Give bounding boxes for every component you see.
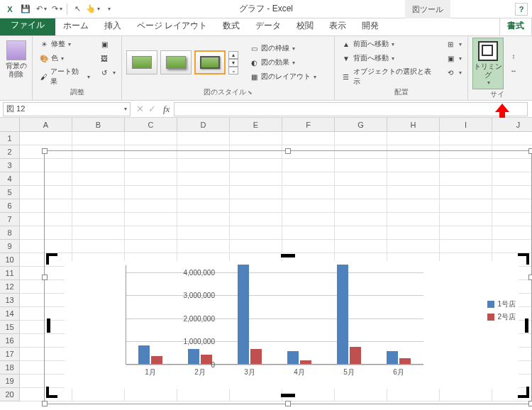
tab-data[interactable]: データ	[248, 16, 289, 35]
pointer-icon[interactable]: ↖	[70, 2, 84, 16]
style-item-2[interactable]	[160, 50, 192, 74]
column-header[interactable]: A	[20, 118, 72, 132]
resize-handle-mr[interactable]	[528, 275, 532, 280]
row-header[interactable]: 3	[0, 159, 20, 172]
artistic-button[interactable]: 🖌アート効果▾	[37, 66, 92, 87]
compress-button[interactable]: ▣	[97, 38, 117, 50]
enter-icon[interactable]: ✓	[148, 104, 156, 115]
fx-icon[interactable]: fx	[163, 104, 170, 115]
row-header[interactable]: 2	[0, 145, 20, 159]
redo-icon[interactable]: ↷▾	[50, 2, 64, 16]
crop-handle-tr[interactable]	[518, 253, 529, 265]
crop-handle-bm[interactable]	[281, 394, 295, 397]
crop-button[interactable]: トリミング ▾	[472, 38, 504, 89]
rotate-button[interactable]: ⟲▾	[443, 66, 463, 79]
resize-handle-br[interactable]	[528, 401, 532, 406]
picture-effects-button[interactable]: ◐図の効果▾	[247, 56, 318, 69]
remove-background-button[interactable]: 背景の 削除	[4, 38, 28, 82]
row-header[interactable]: 1	[0, 132, 20, 145]
bar-series1	[188, 349, 199, 364]
column-header[interactable]: F	[282, 118, 335, 132]
tab-format[interactable]: 書式	[499, 16, 532, 35]
crop-handle-tl[interactable]	[46, 253, 57, 265]
row-header[interactable]: 11	[0, 267, 20, 280]
reset-picture-button[interactable]: ↺▾	[97, 66, 117, 79]
crop-handle-mr[interactable]	[525, 318, 528, 333]
touch-mode-icon[interactable]: 👆▾	[86, 2, 100, 16]
row-header[interactable]: 12	[0, 280, 20, 294]
formula-input[interactable]	[174, 102, 528, 116]
column-header[interactable]: H	[387, 118, 440, 132]
tab-review[interactable]: 校閲	[289, 16, 321, 35]
column-header[interactable]: B	[72, 118, 125, 132]
tab-pagelayout[interactable]: ページ レイアウト	[129, 16, 215, 35]
qat-customize-icon[interactable]: ▾	[101, 2, 116, 16]
tab-formulas[interactable]: 数式	[215, 16, 248, 35]
column-header[interactable]: J	[492, 118, 532, 132]
resize-handle-bl[interactable]	[42, 401, 48, 406]
name-box[interactable]: 図 12 ▾	[3, 102, 131, 116]
tab-view[interactable]: 表示	[321, 16, 354, 35]
select-all-corner[interactable]	[0, 118, 20, 132]
tab-developer[interactable]: 開発	[354, 16, 387, 35]
change-picture-button[interactable]: 🖼	[97, 52, 117, 65]
resize-handle-tl[interactable]	[42, 148, 48, 154]
selection-pane-button[interactable]: ☰オブジェクトの選択と表示	[339, 66, 438, 87]
cancel-icon[interactable]: ✕	[136, 104, 144, 115]
row-header[interactable]: 7	[0, 213, 20, 226]
row-header[interactable]: 17	[0, 348, 20, 361]
crop-handle-tm[interactable]	[281, 254, 295, 257]
crop-handle-bl[interactable]	[46, 387, 57, 398]
row-header[interactable]: 8	[0, 226, 20, 240]
name-box-dropdown-icon[interactable]: ▾	[124, 106, 127, 112]
row-header[interactable]: 14	[0, 307, 20, 321]
picture-layout-button[interactable]: ▦図のレイアウト▾	[247, 70, 318, 83]
gallery-up-icon[interactable]: ▴	[228, 51, 238, 59]
row-header[interactable]: 6	[0, 199, 20, 213]
crop-handle-ml[interactable]	[47, 318, 50, 333]
bring-forward-button[interactable]: ▲前面へ移動▾	[339, 38, 438, 50]
undo-icon[interactable]: ↶▾	[34, 2, 48, 16]
corrections-button[interactable]: ☀修整▾	[37, 38, 92, 50]
save-icon[interactable]: 💾	[18, 2, 33, 16]
row-header[interactable]: 13	[0, 294, 20, 307]
group-icon: ▣	[445, 52, 456, 64]
tab-home[interactable]: ホーム	[55, 16, 96, 35]
row-header[interactable]: 19	[0, 375, 20, 388]
crop-handle-br[interactable]	[518, 387, 529, 398]
row-header[interactable]: 15	[0, 321, 20, 334]
resize-handle-tm[interactable]	[285, 148, 291, 154]
align-button[interactable]: ⊞▾	[443, 38, 463, 50]
picture-object[interactable]: 1号店 2号店 01,000,0002,000,0003,000,0004,00…	[44, 150, 532, 404]
cell-area[interactable]: 1号店 2号店 01,000,0002,000,0003,000,0004,00…	[20, 132, 532, 401]
help-icon[interactable]: ?	[515, 3, 528, 16]
row-header[interactable]: 5	[0, 186, 20, 199]
column-header[interactable]: G	[335, 118, 387, 132]
tab-insert[interactable]: 挿入	[96, 16, 129, 35]
row-header[interactable]: 4	[0, 172, 20, 186]
row-header[interactable]: 9	[0, 240, 20, 253]
column-header[interactable]: I	[440, 118, 492, 132]
row-header[interactable]: 10	[0, 253, 20, 267]
gallery-more-icon[interactable]: ⌄	[228, 67, 238, 74]
resize-handle-ml[interactable]	[42, 275, 48, 280]
style-item-3[interactable]	[194, 50, 226, 74]
resize-handle-bm[interactable]	[285, 401, 291, 406]
width-input[interactable]: ↔	[506, 65, 521, 77]
height-input[interactable]: ↕	[506, 50, 521, 63]
style-item-1[interactable]	[126, 50, 157, 74]
chart-area: 1号店 2号店 01,000,0002,000,0003,000,0004,00…	[65, 261, 519, 389]
bar-series2	[250, 349, 262, 364]
color-button[interactable]: 🎨色▾	[37, 52, 92, 65]
column-header[interactable]: E	[230, 118, 282, 132]
row-header[interactable]: 20	[0, 388, 20, 401]
gallery-down-icon[interactable]: ▾	[228, 59, 238, 67]
send-backward-button[interactable]: ▼背面へ移動▾	[339, 52, 438, 65]
column-header[interactable]: C	[125, 118, 177, 132]
group-button[interactable]: ▣▾	[443, 52, 463, 65]
row-header[interactable]: 16	[0, 334, 20, 348]
column-header[interactable]: D	[177, 118, 230, 132]
row-header[interactable]: 18	[0, 361, 20, 375]
picture-border-button[interactable]: ▭図の枠線▾	[247, 42, 318, 55]
resize-handle-tr[interactable]	[528, 148, 532, 154]
